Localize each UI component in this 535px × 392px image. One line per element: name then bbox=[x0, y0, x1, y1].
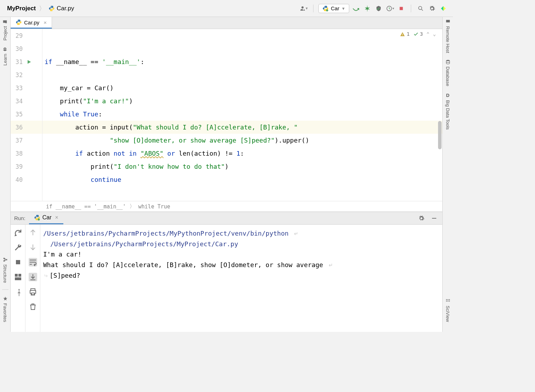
sidebar-item-label: Structure bbox=[2, 264, 8, 283]
close-icon[interactable]: × bbox=[55, 214, 58, 221]
console-output[interactable]: /Users/jetbrains/PycharmProjects/MyPytho… bbox=[40, 225, 442, 332]
line-number: 30 bbox=[15, 45, 23, 52]
line-number: 31 bbox=[15, 58, 23, 65]
down-button[interactable] bbox=[29, 243, 37, 252]
run-config-label: Car bbox=[331, 5, 339, 11]
run-settings-button[interactable] bbox=[417, 214, 426, 223]
print-button[interactable] bbox=[29, 288, 37, 296]
svg-rect-6 bbox=[3, 260, 5, 262]
vertical-scrollbar[interactable] bbox=[438, 121, 442, 149]
chevron-down-icon: ▼ bbox=[341, 6, 345, 11]
sidebar-item-label: Remote Host bbox=[445, 26, 450, 53]
svg-point-1 bbox=[366, 7, 369, 10]
jetbrains-icon[interactable] bbox=[439, 4, 448, 13]
editor-tab[interactable]: Car.py × bbox=[11, 17, 52, 29]
line-number: 37 bbox=[15, 137, 23, 144]
svg-rect-20 bbox=[449, 301, 449, 301]
softwrap-continue-icon bbox=[43, 273, 50, 279]
svg-rect-18 bbox=[446, 301, 447, 301]
sidebar-item-badge: D bbox=[446, 93, 449, 98]
svg-rect-3 bbox=[400, 7, 403, 10]
run-tab[interactable]: Car × bbox=[29, 212, 63, 224]
sidebar-item-label: Big Data Tools bbox=[445, 100, 450, 130]
profile-button[interactable]: ▾ bbox=[385, 4, 395, 13]
scroll-to-end-button[interactable] bbox=[29, 273, 37, 281]
structure-icon bbox=[3, 257, 8, 262]
learn-icon bbox=[3, 47, 8, 52]
sidebar-item-label: Database bbox=[445, 67, 450, 86]
sidebar-item-project[interactable]: Project bbox=[2, 19, 8, 40]
stop-button[interactable] bbox=[397, 4, 406, 13]
inspections-widget[interactable]: 1 3 ⌃ ⌄ bbox=[400, 31, 436, 37]
coverage-button[interactable] bbox=[374, 4, 383, 13]
hide-panel-button[interactable] bbox=[430, 214, 439, 223]
breadcrumb-project[interactable]: MyProject bbox=[7, 5, 36, 12]
wrench-button[interactable] bbox=[14, 243, 22, 252]
chevron-right-icon: 〉 bbox=[130, 203, 135, 210]
svg-point-0 bbox=[326, 9, 328, 11]
editor-gutter: 29 30 31 32 33 34 35 36 37 38 39 40 bbox=[11, 29, 42, 201]
editor-code[interactable]: 1 3 ⌃ ⌄ if __name__ == '__main__': my_ca… bbox=[42, 29, 442, 201]
line-number: 33 bbox=[15, 85, 23, 92]
svg-rect-16 bbox=[447, 299, 448, 300]
sidebar-item-label: Learn bbox=[2, 54, 8, 65]
line-number: 29 bbox=[15, 32, 23, 39]
breadcrumb-item[interactable]: while True bbox=[138, 203, 170, 210]
svg-rect-15 bbox=[446, 299, 447, 300]
check-icon bbox=[413, 31, 419, 37]
up-button[interactable] bbox=[29, 228, 37, 237]
sidebar-item-database[interactable]: Database bbox=[445, 59, 450, 86]
line-number: 35 bbox=[15, 111, 23, 118]
editor-breadcrumbs[interactable]: if __name__ == '__main__' 〉 while True bbox=[11, 201, 442, 212]
svg-rect-13 bbox=[446, 20, 450, 22]
sciview-icon bbox=[445, 299, 450, 304]
settings-button[interactable] bbox=[427, 4, 437, 13]
vcs-user-icon[interactable]: ▾ bbox=[299, 4, 308, 13]
sidebar-item-label: Project bbox=[2, 26, 8, 40]
sidebar-item-remote-host[interactable]: Remote Host bbox=[445, 19, 450, 53]
run-tab-label: Car bbox=[42, 214, 52, 221]
run-panel-label: Run: bbox=[14, 215, 25, 221]
breadcrumb-item[interactable]: if __name__ == '__main__' bbox=[46, 203, 126, 210]
softwrap-indicator-icon bbox=[327, 262, 333, 269]
line-number: 39 bbox=[15, 163, 23, 170]
sidebar-item-structure[interactable]: Structure bbox=[2, 257, 8, 283]
softwrap-indicator-icon bbox=[292, 231, 299, 237]
breadcrumb-file[interactable]: Car.py bbox=[48, 5, 74, 12]
rail-separator bbox=[2, 289, 8, 290]
sidebar-item-big-data[interactable]: D Big Data Tools bbox=[445, 93, 450, 130]
star-icon bbox=[3, 296, 8, 301]
sidebar-item-sciview[interactable]: SciView bbox=[445, 299, 450, 322]
debug-button[interactable] bbox=[363, 4, 372, 13]
remote-icon bbox=[445, 19, 450, 24]
svg-point-14 bbox=[446, 60, 449, 61]
python-file-icon bbox=[16, 19, 22, 25]
rerun-button[interactable] bbox=[14, 228, 22, 237]
sidebar-item-favorites[interactable]: Favorites bbox=[2, 296, 8, 322]
chevron-down-icon[interactable]: ⌄ bbox=[433, 31, 436, 37]
trash-button[interactable] bbox=[29, 302, 37, 311]
line-number: 40 bbox=[15, 176, 23, 183]
soft-wrap-button[interactable] bbox=[29, 258, 37, 266]
stop-run-button[interactable] bbox=[14, 258, 22, 266]
sidebar-item-label: SciView bbox=[445, 306, 450, 322]
layout-button[interactable] bbox=[14, 273, 22, 281]
svg-point-8 bbox=[38, 218, 40, 220]
run-config-selector[interactable]: Car ▼ bbox=[318, 4, 349, 13]
chevron-up-icon[interactable]: ⌃ bbox=[426, 31, 429, 37]
editor-tab-label: Car.py bbox=[24, 19, 39, 25]
run-button[interactable] bbox=[351, 4, 361, 13]
line-number: 34 bbox=[15, 98, 23, 105]
close-icon[interactable]: × bbox=[44, 19, 47, 25]
svg-point-4 bbox=[419, 6, 422, 10]
svg-rect-9 bbox=[16, 260, 20, 264]
python-file-icon bbox=[48, 5, 55, 12]
breadcrumb-file-label: Car.py bbox=[57, 5, 74, 12]
run-gutter-icon[interactable] bbox=[26, 59, 32, 65]
warning-icon bbox=[400, 31, 405, 37]
pin-button[interactable] bbox=[14, 288, 22, 296]
svg-rect-12 bbox=[15, 277, 21, 280]
search-button[interactable] bbox=[416, 4, 425, 13]
svg-rect-7 bbox=[6, 259, 7, 260]
sidebar-item-learn[interactable]: Learn bbox=[2, 47, 8, 65]
